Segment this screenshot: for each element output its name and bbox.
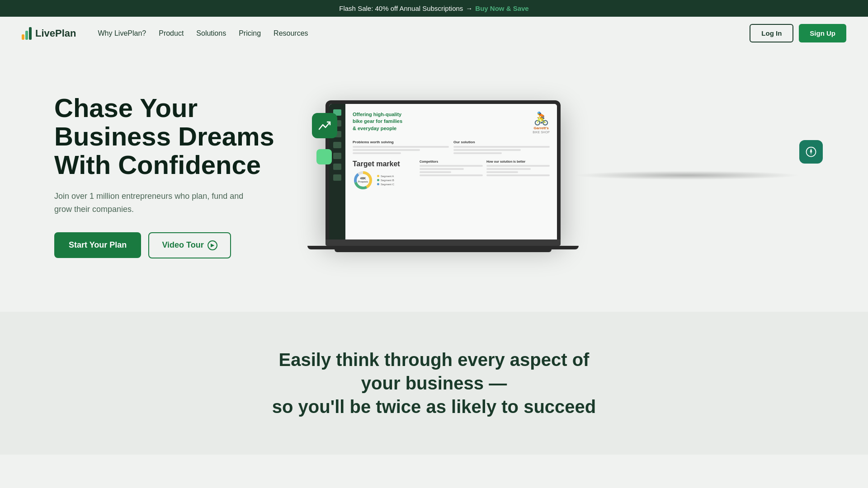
sidebar-icon-4 bbox=[333, 142, 341, 148]
legend-dot-3 bbox=[377, 183, 379, 185]
donut-label: 48K Prospects bbox=[358, 177, 368, 183]
laptop-base bbox=[326, 239, 561, 246]
sidebar-icon-6 bbox=[333, 164, 341, 170]
svg-point-3 bbox=[810, 151, 812, 153]
laptop-content-area: Offering high-quality bike gear for fami… bbox=[345, 104, 557, 239]
problem-line-1 bbox=[353, 146, 449, 148]
hero-content: Chase Your Business Dreams With Confiden… bbox=[54, 94, 326, 258]
nav-why-liveplan[interactable]: Why LivePlan? bbox=[98, 29, 146, 38]
legend-item-3: Segment C bbox=[377, 183, 394, 186]
lc-sections: Problems worth solving Our solution bbox=[353, 140, 550, 155]
announcement-text: Flash Sale: 40% off Annual Subscriptions bbox=[339, 5, 463, 12]
target-market-title: Target market bbox=[353, 160, 416, 168]
better-title: How our solution is better bbox=[486, 160, 550, 163]
better-section: How our solution is better bbox=[486, 160, 550, 191]
compass-icon bbox=[805, 145, 817, 158]
lc-header: Offering high-quality bike gear for fami… bbox=[353, 111, 550, 134]
float-compass-card bbox=[799, 140, 823, 164]
nav-pricing[interactable]: Pricing bbox=[239, 29, 261, 38]
laptop-screen: Offering high-quality bike gear for fami… bbox=[329, 104, 557, 239]
laptop-mockup: Offering high-quality bike gear for fami… bbox=[326, 100, 561, 252]
sidebar-icon-7 bbox=[333, 174, 341, 181]
video-tour-button[interactable]: Video Tour ▶ bbox=[148, 232, 231, 258]
lc-title: Offering high-quality bike gear for fami… bbox=[353, 111, 402, 132]
start-plan-button[interactable]: Start Your Plan bbox=[54, 232, 141, 258]
logo-icon bbox=[22, 27, 32, 40]
better-line-3 bbox=[486, 171, 518, 173]
problems-section: Problems worth solving bbox=[353, 140, 449, 155]
sidebar-icon-5 bbox=[333, 153, 341, 159]
solution-title: Our solution bbox=[453, 140, 550, 144]
chart-legend: Segment A Segment B Segmen bbox=[377, 175, 394, 186]
laptop-foot bbox=[335, 249, 552, 252]
chart-icon bbox=[317, 118, 332, 133]
bike-shop-name: Garrett's bbox=[533, 126, 550, 131]
solution-line-3 bbox=[453, 152, 502, 154]
nav-solutions[interactable]: Solutions bbox=[196, 29, 226, 38]
announcement-cta[interactable]: Buy Now & Save bbox=[475, 5, 528, 12]
nav-actions: Log In Sign Up bbox=[750, 24, 846, 42]
hero-section: Chase Your Business Dreams With Confiden… bbox=[0, 50, 868, 312]
legend-dot-1 bbox=[377, 175, 379, 177]
comp-line-2 bbox=[420, 168, 464, 170]
bottom-section: Easily think through every aspect of you… bbox=[0, 312, 868, 455]
hero-buttons: Start Your Plan Video Tour ▶ bbox=[54, 232, 326, 258]
comp-line-4 bbox=[420, 174, 483, 176]
donut-chart: 48K Prospects bbox=[353, 170, 373, 191]
announcement-arrow: → bbox=[466, 5, 472, 12]
problem-line-3 bbox=[353, 152, 401, 154]
better-line-1 bbox=[486, 165, 550, 167]
navbar: LivePlan Why LivePlan? Product Solutions… bbox=[0, 17, 868, 50]
better-line-4 bbox=[486, 174, 550, 176]
float-chart-card bbox=[312, 113, 337, 138]
logo[interactable]: LivePlan bbox=[22, 27, 76, 40]
bike-icon: 🚴 bbox=[533, 111, 550, 126]
hero-visual: Offering high-quality bike gear for fami… bbox=[326, 77, 814, 276]
nav-links: Why LivePlan? Product Solutions Pricing … bbox=[98, 29, 735, 38]
nav-resources[interactable]: Resources bbox=[274, 29, 308, 38]
legend-item-2: Segment B bbox=[377, 179, 394, 182]
lc-headline: Offering high-quality bike gear for fami… bbox=[353, 111, 402, 132]
nav-product[interactable]: Product bbox=[159, 29, 184, 38]
logo-text: LivePlan bbox=[35, 28, 76, 39]
hero-subtitle: Join over 1 million entrepreneurs who pl… bbox=[54, 190, 244, 216]
solution-line-2 bbox=[453, 149, 521, 151]
comp-line-3 bbox=[420, 171, 451, 173]
bike-shop-sub: BIKE SHOP bbox=[533, 131, 550, 134]
laptop-shadow bbox=[574, 171, 800, 180]
bike-logo: 🚴 Garrett's BIKE SHOP bbox=[533, 111, 550, 134]
chart-area: 48K Prospects Segment A bbox=[353, 170, 416, 191]
solution-section: Our solution bbox=[453, 140, 550, 155]
laptop-screen-outer: Offering high-quality bike gear for fami… bbox=[326, 100, 561, 239]
problem-line-2 bbox=[353, 149, 420, 151]
better-line-2 bbox=[486, 168, 531, 170]
bottom-title: Easily think through every aspect of you… bbox=[262, 348, 606, 418]
play-icon: ▶ bbox=[208, 240, 217, 250]
problems-title: Problems worth solving bbox=[353, 140, 449, 144]
legend-dot-2 bbox=[377, 179, 379, 181]
lc-bottom: Target market bbox=[353, 160, 550, 191]
login-button[interactable]: Log In bbox=[750, 24, 793, 42]
competitors-title: Competitors bbox=[420, 160, 483, 163]
float-small-block bbox=[316, 149, 332, 164]
solution-line-1 bbox=[453, 146, 550, 148]
announcement-bar: Flash Sale: 40% off Annual Subscriptions… bbox=[0, 0, 868, 17]
comp-line-1 bbox=[420, 165, 483, 167]
hero-title: Chase Your Business Dreams With Confiden… bbox=[54, 94, 326, 179]
competitors-section: Competitors bbox=[420, 160, 483, 191]
target-market-section: Target market bbox=[353, 160, 416, 191]
legend-item-1: Segment A bbox=[377, 175, 394, 178]
signup-button[interactable]: Sign Up bbox=[799, 24, 846, 42]
